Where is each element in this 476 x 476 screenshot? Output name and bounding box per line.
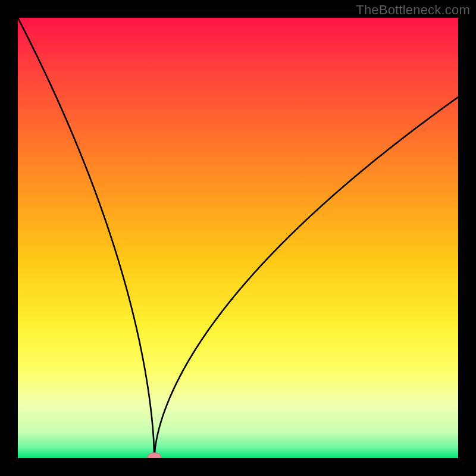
gradient-background (18, 18, 458, 458)
plot-area (18, 18, 458, 458)
plot-svg (18, 18, 458, 458)
watermark-text: TheBottleneck.com (356, 2, 470, 18)
chart-frame: TheBottleneck.com (0, 0, 476, 476)
